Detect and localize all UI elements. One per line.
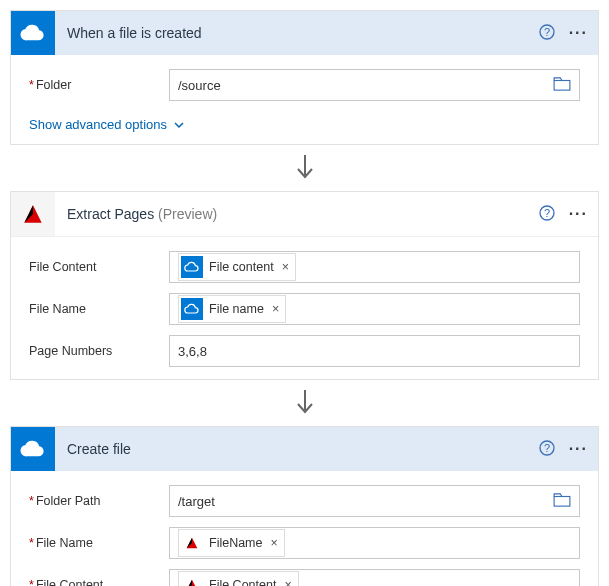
folder-path-label: *Folder Path <box>29 494 169 508</box>
folder-picker-icon[interactable] <box>553 77 571 94</box>
file-name-token[interactable]: File name × <box>178 295 286 323</box>
svg-rect-11 <box>554 496 570 506</box>
extract-pages-icon <box>181 532 203 554</box>
page-numbers-input[interactable]: 3,6,8 <box>169 335 580 367</box>
onedrive-icon <box>11 11 55 55</box>
folder-path-value: /target <box>178 494 553 509</box>
step-create-file: Create file ? ··· *Folder Path /target *… <box>10 426 599 586</box>
token-remove-icon[interactable]: × <box>271 536 278 550</box>
step2-title: Extract Pages (Preview) <box>55 206 539 222</box>
token-label: File content <box>209 260 274 274</box>
file-name-row: File Name File name × <box>29 293 580 325</box>
svg-marker-15 <box>187 580 192 586</box>
flow-arrow <box>10 145 599 191</box>
svg-text:?: ? <box>544 207 550 219</box>
token-remove-icon[interactable]: × <box>272 302 279 316</box>
file-content-input[interactable]: File Content × <box>169 569 580 586</box>
file-content-input[interactable]: File content × <box>169 251 580 283</box>
step1-title: When a file is created <box>55 25 539 41</box>
page-numbers-row: Page Numbers 3,6,8 <box>29 335 580 367</box>
advanced-options-label: Show advanced options <box>29 117 167 132</box>
show-advanced-options-link[interactable]: Show advanced options <box>29 117 185 132</box>
token-remove-icon[interactable]: × <box>282 260 289 274</box>
onedrive-icon <box>181 298 203 320</box>
flow-arrow <box>10 380 599 426</box>
folder-row: *Folder /source <box>29 69 580 101</box>
more-menu-icon[interactable]: ··· <box>569 28 588 38</box>
onedrive-icon <box>181 256 203 278</box>
page-numbers-label: Page Numbers <box>29 344 169 358</box>
file-content-token[interactable]: File Content × <box>178 571 299 586</box>
file-content-token[interactable]: File content × <box>178 253 296 281</box>
more-menu-icon[interactable]: ··· <box>569 209 588 219</box>
token-remove-icon[interactable]: × <box>284 578 291 586</box>
svg-rect-2 <box>554 80 570 90</box>
token-label: File Content <box>209 578 276 586</box>
step3-header[interactable]: Create file ? ··· <box>11 427 598 471</box>
token-label: FileName <box>209 536 263 550</box>
file-content-label: *File Content <box>29 578 169 586</box>
file-content-row: File Content File content × <box>29 251 580 283</box>
folder-label: *Folder <box>29 78 169 92</box>
help-icon[interactable]: ? <box>539 440 555 459</box>
file-content-label: File Content <box>29 260 169 274</box>
chevron-down-icon <box>173 119 185 131</box>
step3-title: Create file <box>55 441 539 457</box>
folder-path-input[interactable]: /target <box>169 485 580 517</box>
file-name-token[interactable]: FileName × <box>178 529 285 557</box>
file-name-input[interactable]: FileName × <box>169 527 580 559</box>
step2-header[interactable]: Extract Pages (Preview) ? ··· <box>11 192 598 237</box>
folder-path-row: *Folder Path /target <box>29 485 580 517</box>
file-name-label: File Name <box>29 302 169 316</box>
step-when-file-created: When a file is created ? ··· *Folder /so… <box>10 10 599 145</box>
page-numbers-value: 3,6,8 <box>178 344 571 359</box>
onedrive-icon <box>11 427 55 471</box>
step1-header[interactable]: When a file is created ? ··· <box>11 11 598 55</box>
file-content-row: *File Content File Content × <box>29 569 580 586</box>
svg-text:?: ? <box>544 442 550 454</box>
help-icon[interactable]: ? <box>539 24 555 43</box>
file-name-input[interactable]: File name × <box>169 293 580 325</box>
svg-text:?: ? <box>544 26 550 38</box>
folder-picker-icon[interactable] <box>553 493 571 510</box>
preview-badge: (Preview) <box>158 206 217 222</box>
file-name-row: *File Name FileName × <box>29 527 580 559</box>
help-icon[interactable]: ? <box>539 205 555 224</box>
folder-input[interactable]: /source <box>169 69 580 101</box>
extract-pages-icon <box>181 574 203 586</box>
token-label: File name <box>209 302 264 316</box>
file-name-label: *File Name <box>29 536 169 550</box>
more-menu-icon[interactable]: ··· <box>569 444 588 454</box>
step-extract-pages: Extract Pages (Preview) ? ··· File Conte… <box>10 191 599 380</box>
extract-pages-icon <box>11 192 55 236</box>
folder-value: /source <box>178 78 553 93</box>
